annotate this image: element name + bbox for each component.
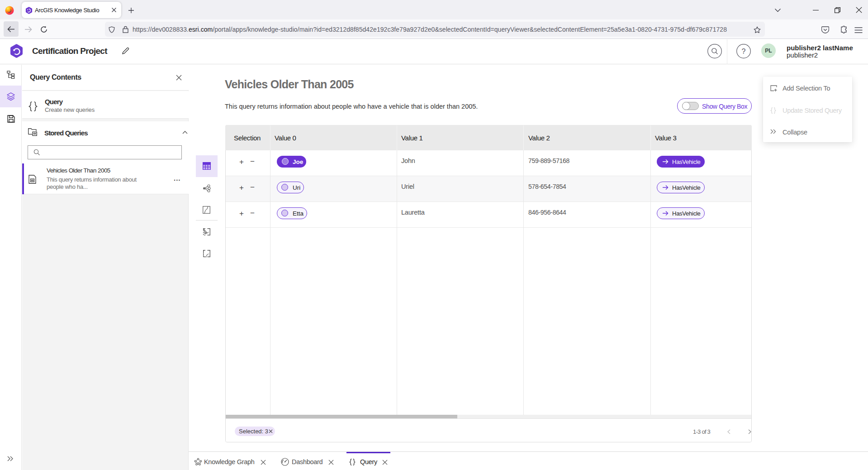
svg-text:?: ? [742, 48, 746, 55]
